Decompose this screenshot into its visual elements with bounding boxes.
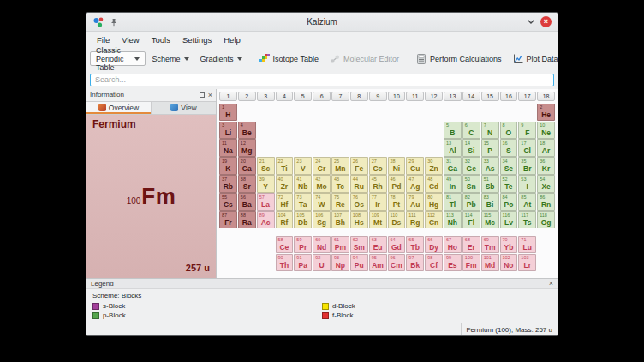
element-cell-pd[interactable]: 46Pd (388, 175, 406, 193)
gradients-button[interactable]: Gradients (196, 51, 247, 66)
element-cell-zr[interactable]: 40Zr (276, 175, 294, 193)
element-cell-zn[interactable]: 30Zn (425, 157, 443, 175)
element-cell-am[interactable]: 95Am (369, 254, 387, 271)
element-cell-al[interactable]: 13Al (444, 139, 462, 157)
element-cell-pb[interactable]: 82Pb (462, 193, 480, 211)
element-cell-fm[interactable]: 100Fm (462, 254, 480, 271)
element-cell-lv[interactable]: 116Lv (500, 211, 518, 228)
element-cell-mt[interactable]: 109Mt (369, 211, 387, 228)
group-number-9[interactable]: 9 (369, 92, 387, 101)
perform-calculations-button[interactable]: Perform Calculations (412, 51, 506, 66)
element-cell-lu[interactable]: 71Lu (518, 236, 536, 253)
scheme-button[interactable]: Scheme (148, 51, 194, 66)
group-number-3[interactable]: 3 (257, 92, 275, 101)
element-cell-yb[interactable]: 70Yb (500, 236, 518, 253)
element-cell-ni[interactable]: 28Ni (388, 157, 406, 175)
element-cell-cs[interactable]: 55Cs (219, 193, 237, 211)
group-number-1[interactable]: 1 (219, 92, 237, 101)
element-cell-se[interactable]: 34Se (500, 157, 518, 175)
element-cell-co[interactable]: 27Co (369, 157, 387, 175)
group-number-11[interactable]: 11 (406, 92, 424, 101)
element-cell-xe[interactable]: 54Xe (537, 175, 555, 193)
element-cell-th[interactable]: 90Th (276, 254, 294, 271)
element-cell-rg[interactable]: 111Rg (406, 211, 424, 228)
element-cell-p[interactable]: 15P (481, 139, 499, 157)
legend-close-icon[interactable]: × (549, 280, 553, 288)
element-cell-ge[interactable]: 32Ge (462, 157, 480, 175)
element-cell-rh[interactable]: 45Rh (369, 175, 387, 193)
element-cell-hs[interactable]: 108Hs (350, 211, 368, 228)
element-cell-o[interactable]: 8O (500, 122, 518, 139)
element-cell-i[interactable]: 53I (518, 175, 536, 193)
element-cell-mo[interactable]: 42Mo (313, 175, 331, 193)
group-number-13[interactable]: 13 (444, 92, 462, 101)
element-cell-ho[interactable]: 67Ho (444, 236, 462, 253)
element-cell-y[interactable]: 39Y (257, 175, 275, 193)
element-cell-cl[interactable]: 17Cl (518, 139, 536, 157)
element-cell-lr[interactable]: 103Lr (518, 254, 536, 271)
element-cell-md[interactable]: 101Md (481, 254, 499, 271)
element-cell-ti[interactable]: 22Ti (276, 157, 294, 175)
element-cell-ta[interactable]: 73Ta (294, 193, 312, 211)
element-cell-te[interactable]: 52Te (500, 175, 518, 193)
element-cell-nb[interactable]: 41Nb (294, 175, 312, 193)
element-cell-u[interactable]: 92U (313, 254, 331, 271)
tab-view[interactable]: View (151, 102, 216, 114)
element-cell-li[interactable]: 3Li (219, 122, 237, 139)
element-cell-f[interactable]: 9F (518, 122, 536, 139)
element-cell-tm[interactable]: 69Tm (481, 236, 499, 253)
group-number-6[interactable]: 6 (313, 92, 331, 101)
element-cell-dy[interactable]: 66Dy (425, 236, 443, 253)
element-cell-pt[interactable]: 78Pt (388, 193, 406, 211)
element-cell-hg[interactable]: 80Hg (425, 193, 443, 211)
element-cell-la[interactable]: 57La (257, 193, 275, 211)
element-cell-cm[interactable]: 96Cm (388, 254, 406, 271)
group-number-18[interactable]: 18 (537, 92, 555, 101)
element-cell-mg[interactable]: 12Mg (238, 139, 256, 157)
element-cell-fl[interactable]: 114Fl (462, 211, 480, 228)
element-cell-sr[interactable]: 38Sr (238, 175, 256, 193)
element-cell-cf[interactable]: 98Cf (425, 254, 443, 271)
element-cell-n[interactable]: 7N (481, 122, 499, 139)
group-number-14[interactable]: 14 (462, 92, 480, 101)
element-cell-sm[interactable]: 62Sm (350, 236, 368, 253)
element-cell-ir[interactable]: 77Ir (369, 193, 387, 211)
element-cell-ag[interactable]: 47Ag (406, 175, 424, 193)
element-cell-s[interactable]: 16S (500, 139, 518, 157)
group-number-10[interactable]: 10 (388, 92, 406, 101)
element-cell-na[interactable]: 11Na (219, 139, 237, 157)
element-cell-pa[interactable]: 91Pa (294, 254, 312, 271)
group-number-16[interactable]: 16 (500, 92, 518, 101)
group-number-7[interactable]: 7 (331, 92, 349, 101)
group-number-8[interactable]: 8 (350, 92, 368, 101)
element-cell-rf[interactable]: 104Rf (276, 211, 294, 228)
legend-header[interactable]: Legend × (86, 278, 558, 289)
element-cell-po[interactable]: 84Po (500, 193, 518, 211)
element-cell-mn[interactable]: 25Mn (331, 157, 349, 175)
element-cell-pr[interactable]: 59Pr (294, 236, 312, 253)
element-cell-be[interactable]: 4Be (238, 122, 256, 139)
element-cell-er[interactable]: 68Er (462, 236, 480, 253)
element-cell-no[interactable]: 102No (500, 254, 518, 271)
element-cell-tc[interactable]: 43Tc (331, 175, 349, 193)
element-cell-es[interactable]: 99Es (444, 254, 462, 271)
element-cell-ra[interactable]: 88Ra (238, 211, 256, 228)
group-number-4[interactable]: 4 (276, 92, 294, 101)
close-dock-icon[interactable]: × (208, 92, 212, 98)
menu-item-settings[interactable]: Settings (176, 33, 218, 46)
element-cell-np[interactable]: 93Np (331, 254, 349, 271)
tab-overview[interactable]: Overview (86, 102, 151, 114)
element-cell-ca[interactable]: 20Ca (238, 157, 256, 175)
element-cell-og[interactable]: 118Og (537, 211, 555, 228)
menu-item-help[interactable]: Help (218, 33, 247, 46)
table-type-combobox[interactable]: Classic Periodic Table (90, 51, 146, 66)
titlebar[interactable]: Kalzium × (86, 13, 558, 32)
group-number-2[interactable]: 2 (238, 92, 256, 101)
isotope-table-button[interactable]: Isotope Table (255, 51, 323, 66)
pin-icon[interactable] (110, 18, 118, 27)
element-cell-mc[interactable]: 115Mc (481, 211, 499, 228)
element-cell-he[interactable]: 2He (537, 104, 555, 121)
element-cell-ac[interactable]: 89Ac (257, 211, 275, 228)
element-cell-ga[interactable]: 31Ga (444, 157, 462, 175)
chevron-down-icon[interactable] (527, 19, 535, 25)
